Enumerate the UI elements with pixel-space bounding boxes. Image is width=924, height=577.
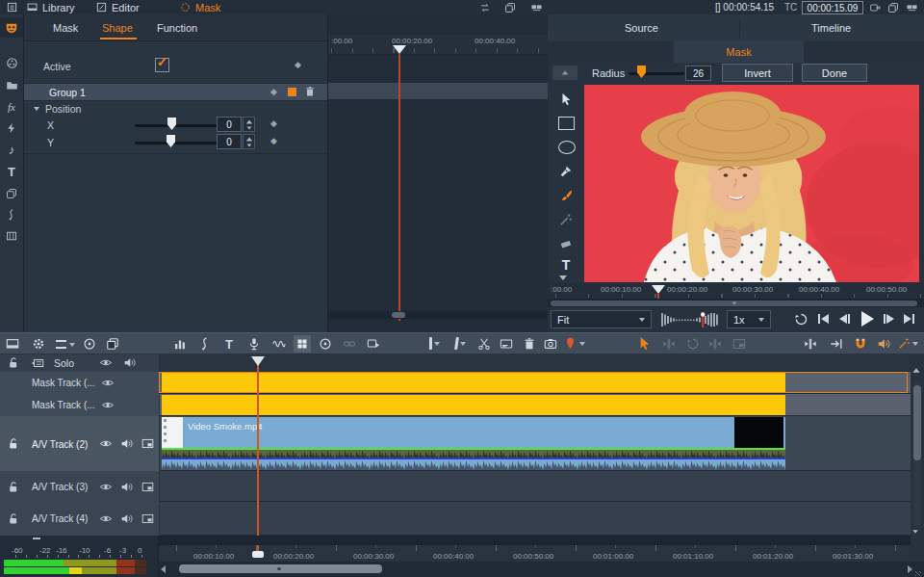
y-keyframe-diamond[interactable]: ◆ <box>270 137 277 145</box>
track-header-mask1[interactable]: Mask Track (... <box>0 372 159 395</box>
tb-select-mode-icon[interactable] <box>637 336 652 351</box>
tb-title-icon[interactable]: T <box>222 336 236 352</box>
tb-score-icon[interactable] <box>198 337 212 351</box>
rail-audio-icon[interactable] <box>0 207 23 223</box>
tb-snapshot-icon[interactable] <box>544 337 557 351</box>
x-slider-track[interactable] <box>135 124 225 127</box>
tb-marker[interactable] <box>564 337 585 350</box>
rail-transitions-icon[interactable] <box>0 186 23 201</box>
x-step-down[interactable] <box>246 126 251 129</box>
mask-rectangle-tool[interactable] <box>558 117 575 130</box>
x-keyframe-diamond[interactable]: ◆ <box>270 119 277 128</box>
tb-trim-mode-icon[interactable] <box>662 337 676 351</box>
track-av4-pip-icon[interactable] <box>141 512 154 525</box>
track-av3-pip-icon[interactable] <box>141 481 154 493</box>
video-clip[interactable]: Video Smoke.mp4 <box>162 417 785 470</box>
track-av2-lock-icon[interactable] <box>7 437 19 450</box>
active-checkbox[interactable]: ✓ <box>155 58 169 72</box>
track-av4-speaker-icon[interactable] <box>120 512 133 525</box>
tb-auto-scroll-icon[interactable] <box>830 337 843 351</box>
x-step-up[interactable] <box>245 119 251 123</box>
timeline-content[interactable]: Video Smoke.mp4 <box>159 354 911 536</box>
tb-record-disc-icon[interactable] <box>83 337 96 351</box>
track-av4-lock-icon[interactable] <box>7 512 19 525</box>
tb-disc-burn-icon[interactable] <box>319 337 332 351</box>
track-mask2-eye-icon[interactable] <box>101 399 115 411</box>
tb-customize-icon[interactable] <box>6 337 19 351</box>
mask-pen-tool[interactable] <box>553 162 578 181</box>
mask-subtab[interactable]: Mask <box>674 41 804 63</box>
undock-panel-icon[interactable] <box>504 2 516 13</box>
kf-hscrollbar[interactable] <box>328 311 548 319</box>
go-to-end-button[interactable] <box>904 314 914 324</box>
mask-select-tool[interactable] <box>553 90 578 109</box>
tb-track-size-dropdown[interactable] <box>56 340 75 349</box>
rail-titles-icon[interactable]: T <box>0 164 23 179</box>
solo-label[interactable]: Solo <box>54 357 74 369</box>
main-menu-button[interactable] <box>4 1 19 13</box>
tb-mark-in[interactable] <box>429 337 440 350</box>
tb-voiceover-icon[interactable] <box>247 337 261 351</box>
timeline-hscrollbar[interactable] <box>159 562 924 577</box>
track-av2-pip-icon[interactable] <box>141 437 154 450</box>
x-slider-thumb[interactable] <box>167 118 176 130</box>
master-speaker-icon[interactable] <box>123 356 136 369</box>
master-lock-icon[interactable] <box>7 356 19 369</box>
params-tab-function[interactable]: Function <box>157 22 197 34</box>
y-step-down[interactable] <box>246 144 251 146</box>
tb-dynamic-trim-icon[interactable] <box>732 337 746 351</box>
collapse-panel-button[interactable] <box>552 66 578 80</box>
shuttle-control[interactable] <box>661 312 721 328</box>
rail-effects-icon[interactable] <box>0 55 23 70</box>
preview-viewport[interactable] <box>584 85 919 282</box>
mask-clip-2[interactable] <box>162 395 785 415</box>
tb-magnet-icon[interactable] <box>854 337 867 351</box>
tl-ruler-playhead-marker[interactable] <box>252 551 264 558</box>
y-stepper[interactable] <box>243 134 255 149</box>
tb-pip-icon[interactable] <box>106 337 119 351</box>
tb-audio-scrub-icon[interactable] <box>877 337 890 351</box>
tb-audio-split-icon[interactable] <box>804 337 817 351</box>
loop-playback-icon[interactable] <box>794 312 808 327</box>
tab-editor[interactable]: Editor <box>96 0 140 14</box>
group-keyframe-diamond[interactable]: ◆ <box>270 88 277 96</box>
group-delete-icon[interactable] <box>304 86 316 97</box>
rail-media-icon[interactable] <box>0 77 23 92</box>
dual-monitor-icon[interactable] <box>530 2 543 13</box>
track-header-av2[interactable]: A/V Track (2) <box>0 416 159 472</box>
zoom-fit-combo[interactable]: Fit <box>551 310 652 328</box>
tb-share-icon[interactable] <box>367 337 380 351</box>
mask-eraser-tool[interactable] <box>553 234 578 253</box>
timeline-vscrollbar[interactable] <box>911 354 924 562</box>
vscroll-up-button[interactable] <box>912 368 920 373</box>
tab-library[interactable]: Library <box>27 0 75 14</box>
tb-multicam-icon[interactable] <box>294 335 311 353</box>
step-back-button[interactable] <box>839 314 850 324</box>
playback-speed-combo[interactable]: 1x <box>727 310 771 328</box>
y-slider-track[interactable] <box>135 142 225 144</box>
y-slider-thumb[interactable] <box>167 135 175 147</box>
hscroll-left-button[interactable] <box>161 565 166 573</box>
master-eye-icon[interactable] <box>99 356 113 369</box>
go-to-start-button[interactable] <box>818 314 829 324</box>
y-step-up[interactable] <box>245 137 251 141</box>
mask-text-tool[interactable]: T <box>553 256 578 274</box>
timeline-playhead-triangle[interactable] <box>251 356 265 366</box>
track-av2-speaker-icon[interactable] <box>120 437 133 450</box>
tb-roll-mode-icon[interactable] <box>686 337 700 351</box>
preview-hscrollbar[interactable] <box>548 299 924 307</box>
tb-magic-edit[interactable] <box>898 337 918 350</box>
tb-delete-icon[interactable] <box>523 337 536 351</box>
mask-brush-tool[interactable] <box>553 186 578 205</box>
radius-slider-track[interactable] <box>629 72 684 75</box>
params-tab-shape[interactable]: Shape <box>102 22 133 34</box>
timeline-playhead-line[interactable] <box>257 364 259 536</box>
position-row[interactable]: Position <box>34 101 81 117</box>
tb-link-icon[interactable] <box>343 337 356 351</box>
track-av3-speaker-icon[interactable] <box>120 481 133 493</box>
rail-mask-icon[interactable] <box>0 17 23 38</box>
mask-tools-more-caret[interactable] <box>559 275 567 280</box>
track-header-mask2[interactable]: Mask Track (... <box>0 394 159 417</box>
tab-mask[interactable]: Mask <box>180 0 220 14</box>
timecode-field[interactable]: 00:00:15.09 <box>802 1 863 14</box>
